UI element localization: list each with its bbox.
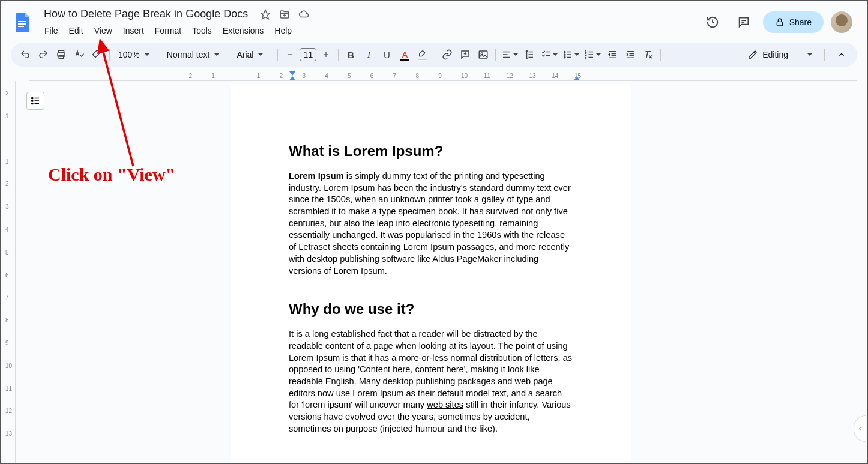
ruler-v-tick: 13 <box>5 430 12 437</box>
ruler-v-tick: 2 <box>5 90 9 97</box>
print-icon[interactable] <box>53 46 70 63</box>
font-dropdown[interactable]: Arial <box>232 46 274 63</box>
add-comment-icon[interactable] <box>457 46 474 63</box>
svg-rect-6 <box>777 22 782 26</box>
line-spacing-icon[interactable] <box>521 46 538 63</box>
history-icon[interactable] <box>701 10 725 34</box>
spellcheck-icon[interactable] <box>71 46 88 63</box>
svg-rect-1 <box>18 23 26 25</box>
share-label: Share <box>789 17 812 27</box>
menu-tools[interactable]: Tools <box>187 23 217 38</box>
ruler-h-tick: 9 <box>438 73 442 79</box>
insert-link-icon[interactable] <box>439 46 456 63</box>
editing-mode-dropdown[interactable]: Editing <box>740 46 821 63</box>
paragraph-2: It is a long established fact that a rea… <box>289 328 573 435</box>
ruler-v-tick: 9 <box>5 340 9 346</box>
ruler-h-tick: 2 <box>280 73 283 79</box>
vertical-ruler[interactable]: 2112345678910111213 <box>2 81 16 464</box>
redo-icon[interactable] <box>35 46 52 63</box>
ruler-v-tick: 4 <box>5 226 9 233</box>
underline-icon[interactable]: U <box>378 46 395 63</box>
ruler-h-tick: 11 <box>484 73 490 79</box>
font-size-decrease-icon[interactable] <box>282 46 298 63</box>
svg-point-28 <box>564 56 565 58</box>
undo-icon[interactable] <box>17 46 34 63</box>
cloud-status-icon[interactable] <box>298 8 310 20</box>
checklist-icon[interactable] <box>539 46 559 63</box>
decrease-indent-icon[interactable] <box>604 46 621 63</box>
ruler-v-tick: 12 <box>5 408 12 414</box>
document-page[interactable]: What is Lorem Ipsum? Lorem Ipsum is simp… <box>231 85 631 464</box>
comments-icon[interactable] <box>732 10 756 34</box>
docs-logo[interactable] <box>11 10 35 34</box>
ruler-v-tick: 10 <box>5 363 12 369</box>
text-color-icon[interactable]: A <box>396 46 413 63</box>
zoom-dropdown[interactable]: 100% <box>113 46 154 63</box>
ruler-h-tick: 3 <box>302 73 306 79</box>
paragraph-1: Lorem Ipsum is simply dummy text of the … <box>289 170 573 277</box>
numbered-list-icon[interactable]: 123 <box>582 46 603 63</box>
svg-marker-3 <box>261 10 270 19</box>
ruler-h-tick: 4 <box>325 73 328 79</box>
ruler-v-tick: 3 <box>5 203 9 210</box>
ruler-h-tick: 12 <box>507 73 513 79</box>
ruler-h-tick: 5 <box>348 73 351 79</box>
text-cursor <box>546 171 546 181</box>
clear-formatting-icon[interactable] <box>640 46 657 63</box>
ruler-h-tick: 1 <box>211 73 215 79</box>
ruler-h-tick: 6 <box>370 73 374 79</box>
menu-help[interactable]: Help <box>270 23 297 38</box>
font-size-input[interactable] <box>300 48 316 61</box>
ruler-v-tick: 2 <box>5 181 9 187</box>
font-size-increase-icon[interactable] <box>318 46 334 63</box>
ruler-v-tick: 7 <box>5 294 9 301</box>
move-icon[interactable] <box>279 8 291 20</box>
ruler-h-tick: 15 <box>574 73 581 79</box>
ruler-v-tick: 6 <box>5 272 9 279</box>
star-icon[interactable] <box>259 8 271 20</box>
ruler-h-tick: 7 <box>393 73 397 79</box>
svg-rect-0 <box>18 21 26 22</box>
ruler-v-tick: 5 <box>5 249 9 256</box>
ruler-v-tick: 1 <box>5 113 9 119</box>
svg-rect-15 <box>480 51 488 58</box>
ruler-v-tick: 8 <box>5 317 9 324</box>
share-button[interactable]: Share <box>763 11 824 33</box>
document-title[interactable]: How to Delete Page Break in Google Docs <box>40 6 252 22</box>
ruler-v-tick: 11 <box>5 385 12 392</box>
menu-insert[interactable]: Insert <box>118 23 149 38</box>
svg-point-27 <box>564 54 565 55</box>
insert-image-icon[interactable] <box>475 46 492 63</box>
bold-icon[interactable]: B <box>342 46 359 63</box>
menu-format[interactable]: Format <box>150 23 186 38</box>
paint-format-icon[interactable] <box>89 46 106 63</box>
ruler-h-tick: 13 <box>529 73 535 79</box>
ruler-v-tick: 1 <box>5 158 9 165</box>
menu-view[interactable]: View <box>89 23 117 38</box>
ruler-h-tick: 14 <box>552 73 558 79</box>
menubar: File Edit View Insert Format Tools Exten… <box>40 23 701 38</box>
editing-mode-label: Editing <box>762 50 788 59</box>
italic-icon[interactable]: I <box>360 46 377 63</box>
avatar[interactable] <box>831 11 852 33</box>
ruler-h-tick: 8 <box>415 73 419 79</box>
align-icon[interactable] <box>499 46 520 63</box>
ruler-h-tick: 10 <box>461 73 468 79</box>
collapse-toolbar-icon[interactable] <box>832 45 851 64</box>
increase-indent-icon[interactable] <box>622 46 639 63</box>
svg-rect-2 <box>18 26 24 27</box>
svg-point-26 <box>564 51 565 52</box>
paragraph-style-dropdown[interactable]: Normal text <box>162 46 225 63</box>
ruler-h-tick: 1 <box>257 73 261 79</box>
svg-text:3: 3 <box>585 56 587 60</box>
ruler-h-tick: 2 <box>188 73 192 79</box>
heading-1: What is Lorem Ipsum? <box>289 143 573 160</box>
bulleted-list-icon[interactable] <box>561 46 581 63</box>
highlight-color-icon[interactable] <box>414 46 431 63</box>
horizontal-ruler[interactable]: 21123456789101112131415 <box>29 71 857 81</box>
menu-edit[interactable]: Edit <box>64 23 88 38</box>
heading-2: Why do we use it? <box>289 301 573 318</box>
menu-extensions[interactable]: Extensions <box>218 23 268 38</box>
toolbar: 100% Normal text Arial B I U A 123 Editi… <box>11 43 857 67</box>
menu-file[interactable]: File <box>40 23 63 38</box>
